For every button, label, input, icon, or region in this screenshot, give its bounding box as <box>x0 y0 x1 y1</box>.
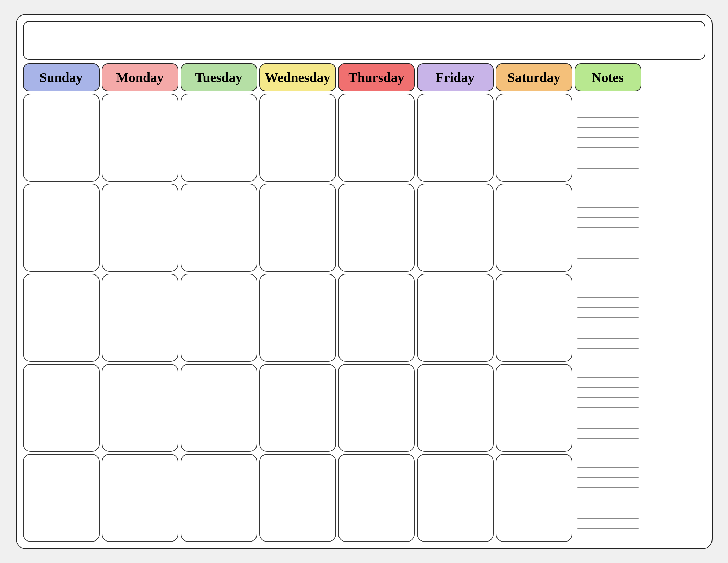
note-line <box>577 498 639 498</box>
cell-w3-fri[interactable] <box>417 274 494 362</box>
note-line <box>577 477 639 478</box>
week-row-3 <box>23 274 705 362</box>
cell-w1-tue[interactable] <box>181 94 257 182</box>
cell-w2-sun[interactable] <box>23 184 100 272</box>
note-line <box>577 467 639 468</box>
note-line <box>577 238 639 238</box>
note-line <box>577 197 639 197</box>
calendar-main: Sunday Monday Tuesday Wednesday Thursday… <box>23 63 705 542</box>
note-line <box>577 168 639 169</box>
note-line <box>577 158 639 158</box>
note-line <box>577 418 639 418</box>
note-line <box>577 117 639 118</box>
note-line <box>577 397 639 398</box>
title-bar[interactable] <box>23 21 705 60</box>
cell-w5-sat[interactable] <box>496 454 572 542</box>
week-row-2 <box>23 184 705 272</box>
note-line <box>577 438 639 439</box>
note-line <box>577 387 639 388</box>
cell-w2-thu[interactable] <box>338 184 415 272</box>
cell-w4-mon[interactable] <box>102 364 178 452</box>
header-thursday: Thursday <box>338 63 415 91</box>
note-line <box>577 508 639 508</box>
note-line <box>577 297 639 298</box>
notes-w2 <box>575 184 641 272</box>
calendar-container: Sunday Monday Tuesday Wednesday Thursday… <box>16 14 713 549</box>
notes-w3 <box>575 274 641 362</box>
cell-w3-wed[interactable] <box>259 274 336 362</box>
week-row-1 <box>23 94 705 182</box>
week-row-5 <box>23 454 705 542</box>
cell-w5-sun[interactable] <box>23 454 100 542</box>
cell-w5-thu[interactable] <box>338 454 415 542</box>
notes-w4 <box>575 364 641 452</box>
cell-w1-wed[interactable] <box>259 94 336 182</box>
note-line <box>577 127 639 128</box>
cell-w2-tue[interactable] <box>181 184 257 272</box>
cell-w4-fri[interactable] <box>417 364 494 452</box>
note-line <box>577 147 639 148</box>
cell-w4-sun[interactable] <box>23 364 100 452</box>
cell-w2-wed[interactable] <box>259 184 336 272</box>
cell-w1-thu[interactable] <box>338 94 415 182</box>
cell-w4-sat[interactable] <box>496 364 572 452</box>
cell-w3-sun[interactable] <box>23 274 100 362</box>
cell-w1-fri[interactable] <box>417 94 494 182</box>
cell-w2-mon[interactable] <box>102 184 178 272</box>
cell-w5-mon[interactable] <box>102 454 178 542</box>
header-notes: Notes <box>575 63 641 91</box>
note-line <box>577 528 639 529</box>
note-line <box>577 287 639 287</box>
rows-area <box>23 94 705 542</box>
note-line <box>577 518 639 519</box>
cell-w3-tue[interactable] <box>181 274 257 362</box>
header-monday: Monday <box>102 63 178 91</box>
header-row: Sunday Monday Tuesday Wednesday Thursday… <box>23 63 705 91</box>
note-line <box>577 428 639 429</box>
cell-w2-fri[interactable] <box>417 184 494 272</box>
cell-w4-wed[interactable] <box>259 364 336 452</box>
note-line <box>577 307 639 308</box>
cell-w3-thu[interactable] <box>338 274 415 362</box>
note-line <box>577 217 639 218</box>
cell-w5-wed[interactable] <box>259 454 336 542</box>
cell-w3-sat[interactable] <box>496 274 572 362</box>
notes-w1 <box>575 94 641 182</box>
note-line <box>577 407 639 408</box>
cell-w5-tue[interactable] <box>181 454 257 542</box>
cell-w1-sat[interactable] <box>496 94 572 182</box>
cell-w3-mon[interactable] <box>102 274 178 362</box>
note-line <box>577 348 639 349</box>
notes-w5 <box>575 454 641 542</box>
note-line <box>577 328 639 328</box>
note-line <box>577 338 639 339</box>
cell-w2-sat[interactable] <box>496 184 572 272</box>
cell-w1-mon[interactable] <box>102 94 178 182</box>
cell-w4-tue[interactable] <box>181 364 257 452</box>
cell-w5-fri[interactable] <box>417 454 494 542</box>
note-line <box>577 377 639 378</box>
note-line <box>577 107 639 107</box>
note-line <box>577 487 639 488</box>
note-line <box>577 207 639 208</box>
cell-w1-sun[interactable] <box>23 94 100 182</box>
note-line <box>577 248 639 248</box>
header-saturday: Saturday <box>496 63 572 91</box>
header-friday: Friday <box>417 63 494 91</box>
header-wednesday: Wednesday <box>259 63 336 91</box>
note-line <box>577 317 639 318</box>
cell-w4-thu[interactable] <box>338 364 415 452</box>
header-sunday: Sunday <box>23 63 100 91</box>
header-tuesday: Tuesday <box>181 63 257 91</box>
note-line <box>577 227 639 228</box>
note-line <box>577 258 639 259</box>
note-line <box>577 137 639 138</box>
week-row-4 <box>23 364 705 452</box>
